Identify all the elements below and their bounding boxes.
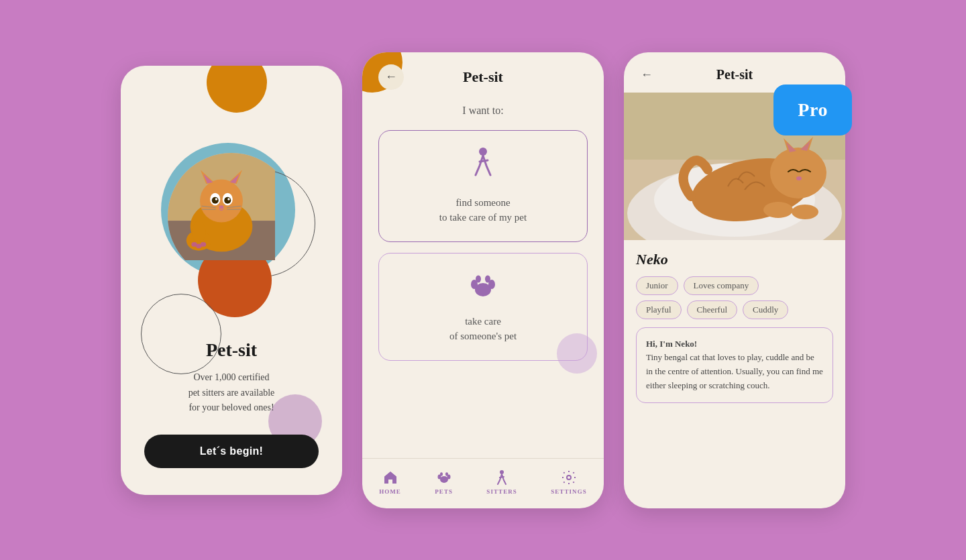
svg-point-48 [796,176,802,180]
deco-orange-top [207,66,267,113]
card3-wrapper: ← Pet-sit [624,52,845,508]
splash-screen-card: Pet-sit Over 1,000 certifiedpet sitters … [121,66,342,495]
settings-icon [561,469,577,486]
paw-icon [468,270,498,304]
card2-body: I want to: find someone to take care of … [362,94,604,458]
nav-pets-label: PETS [435,488,453,495]
svg-point-31 [440,476,448,483]
card1-title: Pet-sit [144,339,319,361]
back-arrow-icon: ← [385,70,397,84]
option2-deco [557,333,597,374]
svg-point-25 [479,148,487,156]
get-started-button[interactable]: Let´s begin! [144,435,319,468]
card3-body: Neko Junior Loves company Playful Cheerf… [624,240,845,508]
pro-badge: Pro [773,85,852,135]
nav-home[interactable]: HOME [379,469,401,495]
option2-line2: of someone's pet [449,331,517,341]
be-sitter-option[interactable]: take care of someone's pet [378,253,588,361]
tag-cheerful: Cheerful [687,300,737,319]
find-sitter-option[interactable]: find someone to take care of my pet [378,130,588,242]
svg-point-24 [201,242,206,247]
svg-point-29 [476,275,481,282]
pets-icon [436,469,452,486]
find-sitter-text: find someone to take care of my pet [439,195,527,225]
card2-navbar: HOME PETS SITTERS [362,458,604,508]
nav-sitters-label: SITTERS [486,488,517,495]
svg-point-37 [567,475,571,480]
option1-line1: find someone [455,197,510,208]
tags-row-2: Playful Cheerful Cuddly [636,300,833,319]
cat-name: Neko [636,251,833,268]
bio-greeting: Hi, I'm Neko! [646,339,697,349]
card2-prompt: I want to: [378,105,588,117]
svg-point-35 [445,472,448,476]
nav-settings[interactable]: SETTINGS [551,469,587,495]
cards-wrapper: Pet-sit Over 1,000 certifiedpet sitters … [121,52,845,508]
card2-header: ← Pet-sit [362,52,604,94]
card1-subtitle: Over 1,000 certifiedpet sitters are avai… [144,370,319,415]
svg-point-14 [227,198,229,200]
walk-icon [469,147,497,186]
svg-point-43 [770,148,826,199]
cat-bio-box: Hi, I'm Neko! Tiny bengal cat that loves… [636,327,833,403]
svg-point-49 [763,202,793,218]
card1-content: Pet-sit Over 1,000 certifiedpet sitters … [128,339,335,467]
svg-point-15 [219,205,224,209]
card3-title: Pet-sit [657,67,812,82]
bio-description: Tiny bengal cat that loves to play, cudd… [646,352,823,390]
svg-point-13 [215,198,217,200]
be-sitter-text: take care of someone's pet [449,314,517,344]
svg-point-30 [485,275,490,282]
cat-photo-circle [168,153,295,280]
card3-back-button[interactable]: ← [636,64,657,86]
option1-line2: to take care of my pet [439,212,527,223]
svg-point-21 [192,221,205,243]
sitters-icon [494,469,510,486]
svg-point-4 [200,179,243,222]
back-arrow-icon-3: ← [641,68,653,82]
tag-playful: Playful [636,300,682,319]
svg-point-50 [792,205,818,219]
card2-back-button[interactable]: ← [378,64,404,90]
tag-loves-company: Loves company [684,276,759,295]
nav-sitters[interactable]: SITTERS [486,469,517,495]
svg-point-12 [224,197,231,203]
tags-row-1: Junior Loves company [636,276,833,295]
nav-pets[interactable]: PETS [435,469,453,495]
choice-screen-card: ← Pet-sit I want to: find someone t [362,52,604,508]
option2-line1: take care [465,316,501,327]
nav-settings-label: SETTINGS [551,488,587,495]
svg-point-34 [440,472,443,476]
cat-bio-text: Hi, I'm Neko! Tiny bengal cat that loves… [646,337,823,393]
nav-home-label: HOME [379,488,401,495]
tag-junior: Junior [636,276,678,295]
tag-cuddly: Cuddly [743,300,788,319]
card2-title: Pet-sit [378,68,588,86]
svg-point-11 [212,197,219,203]
home-icon [382,469,398,486]
